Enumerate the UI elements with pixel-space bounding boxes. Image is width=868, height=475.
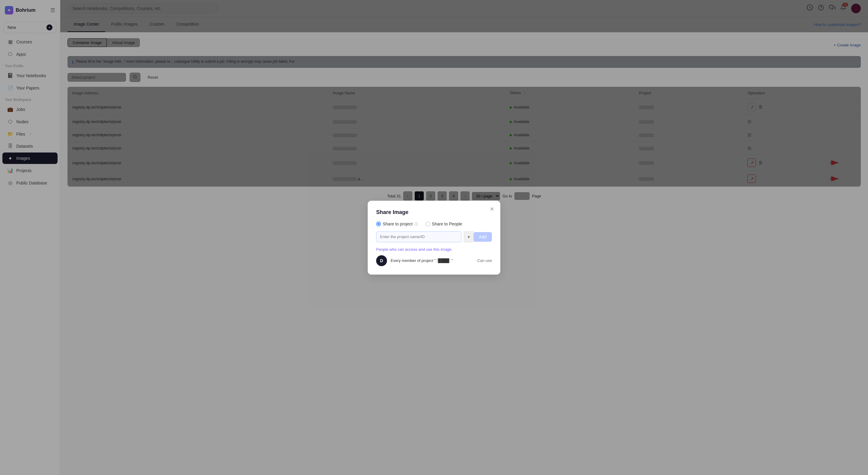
people-access-label: People who can access and use this image…: [376, 247, 492, 252]
project-name-input[interactable]: [376, 231, 461, 242]
radio-project-inner: [377, 223, 380, 225]
project-info-icon: ⓘ: [414, 222, 418, 227]
people-description: Every member of project " ████ ": [391, 258, 474, 263]
modal-close-button[interactable]: ✕: [488, 205, 495, 213]
project-name-blurred: ████: [437, 258, 450, 263]
modal-title: Share Image: [376, 209, 492, 216]
share-to-people-option[interactable]: Share to People: [425, 222, 462, 226]
share-image-modal: Share Image ✕ Share to project ⓘ Share t…: [368, 201, 500, 275]
project-input-row: ▾ Add: [376, 231, 492, 242]
radio-project: [376, 222, 381, 226]
share-to-people-label: Share to People: [432, 222, 462, 226]
dropdown-arrow-button[interactable]: ▾: [464, 231, 473, 242]
add-button[interactable]: Add: [473, 232, 492, 242]
radio-people: [425, 222, 430, 226]
people-item: D Every member of project " ████ " Can u…: [376, 255, 492, 266]
people-avatar: D: [376, 255, 387, 266]
share-to-project-label: Share to project: [383, 222, 412, 226]
share-to-project-option[interactable]: Share to project ⓘ: [376, 222, 418, 227]
share-options: Share to project ⓘ Share to People: [376, 222, 492, 227]
modal-overlay[interactable]: Share Image ✕ Share to project ⓘ Share t…: [0, 0, 868, 475]
people-permission: Can use: [477, 258, 492, 263]
